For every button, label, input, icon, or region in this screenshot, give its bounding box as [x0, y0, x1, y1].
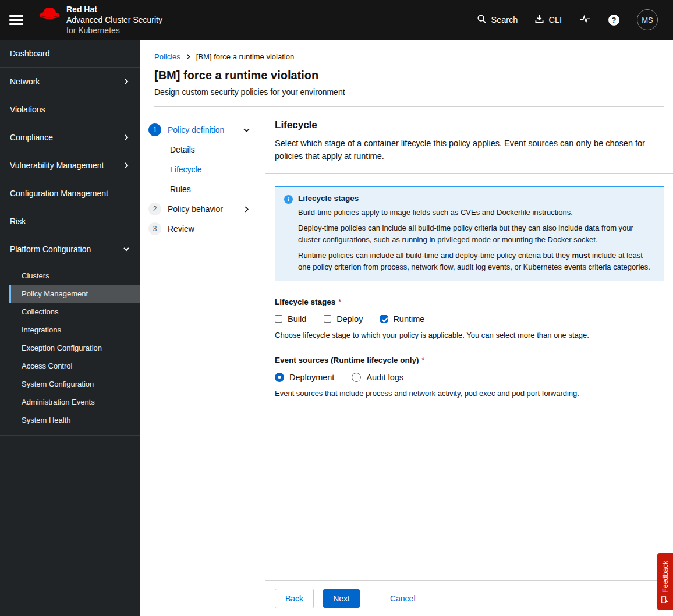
subitem-label: Clusters — [22, 271, 49, 280]
checkbox-deploy[interactable]: Deploy — [324, 314, 363, 324]
alert-paragraph: Deploy-time policies can include all bui… — [298, 222, 654, 246]
next-button[interactable]: Next — [323, 589, 360, 608]
sidebar-item-label: Dashboard — [10, 49, 50, 58]
sidebar-subitem-access-control[interactable]: Access Control — [9, 357, 140, 375]
checkbox-checked-icon[interactable] — [380, 315, 388, 323]
wizard-step-policy-definition[interactable]: 1 Policy definition — [148, 120, 250, 140]
lifecycle-stages-field: Lifecycle stages* Build Deploy — [275, 296, 664, 339]
wizard-nav: 1 Policy definition Details Lifecycle Ru… — [140, 107, 265, 616]
activity-button[interactable] — [579, 14, 591, 26]
radio-audit-logs[interactable]: Audit logs — [352, 373, 403, 382]
sidebar-item-violations[interactable]: Violations — [0, 95, 140, 123]
step-number-badge: 3 — [148, 222, 161, 235]
sidebar-item-network[interactable]: Network — [0, 68, 140, 95]
chevron-down-icon — [123, 246, 129, 252]
radio-label: Audit logs — [366, 373, 403, 382]
subitem-label: Policy Management — [22, 289, 88, 298]
section-description: Select which stage of a container lifecy… — [275, 137, 664, 163]
help-button[interactable]: ? — [608, 15, 619, 26]
brand-text: Red Hat Advanced Cluster Security for Ku… — [66, 4, 162, 36]
wizard-step-review[interactable]: 3 Review — [148, 219, 250, 239]
radio-selected-icon[interactable] — [275, 373, 284, 382]
sidebar-item-label: Risk — [10, 217, 26, 226]
wizard-substep-rules[interactable]: Rules — [170, 179, 250, 199]
back-button[interactable]: Back — [275, 589, 314, 608]
main-content: Policies [BM] force a runtime violation … — [140, 40, 673, 616]
wizard-step-policy-behavior[interactable]: 2 Policy behavior — [148, 199, 250, 219]
page-subtitle: Design custom security policies for your… — [154, 87, 664, 97]
sidebar-item-label: Configuration Management — [10, 189, 108, 198]
chevron-right-icon[interactable] — [243, 206, 250, 213]
wizard-substep-lifecycle[interactable]: Lifecycle — [170, 160, 250, 179]
required-asterisk: * — [422, 356, 425, 364]
sidebar-item-dashboard[interactable]: Dashboard — [0, 40, 140, 68]
search-icon — [477, 15, 486, 25]
lifecycle-stages-helper-text: Choose lifecycle stage to which your pol… — [275, 331, 664, 339]
sidebar-item-label: Violations — [10, 105, 45, 114]
breadcrumb-policies-link[interactable]: Policies — [154, 52, 180, 61]
feedback-button[interactable]: Feedback — [657, 553, 673, 610]
wizard-footer: Back Next Cancel — [265, 580, 673, 616]
chevron-down-icon[interactable] — [243, 127, 250, 133]
sidebar-subitem-exception-configuration[interactable]: Exception Configuration — [9, 339, 140, 357]
page-header: Policies [BM] force a runtime violation … — [154, 40, 664, 107]
masthead: Red Hat Advanced Cluster Security for Ku… — [0, 0, 673, 40]
lifecycle-section-header: Lifecycle Select which stage of a contai… — [265, 107, 673, 173]
field-label-row: Lifecycle stages* — [275, 296, 664, 307]
subitem-label: Administration Events — [22, 398, 95, 406]
avatar-initials: MS — [642, 16, 653, 24]
checkbox-runtime[interactable]: Runtime — [380, 314, 424, 324]
checkbox-icon[interactable] — [275, 315, 282, 323]
sidebar-item-compliance[interactable]: Compliance — [0, 123, 140, 151]
radio-deployment[interactable]: Deployment — [275, 373, 334, 382]
lifecycle-stages-label: Lifecycle stages — [275, 298, 335, 306]
info-alert: i Lifecycle stages Build-time policies a… — [275, 186, 664, 281]
sidebar-subitem-system-configuration[interactable]: System Configuration — [9, 375, 140, 393]
step-number-badge: 1 — [148, 123, 161, 136]
breadcrumb: Policies [BM] force a runtime violation — [154, 52, 664, 61]
checkbox-label: Build — [288, 314, 306, 324]
app-window: Red Hat Advanced Cluster Security for Ku… — [0, 0, 673, 616]
sidebar-subitem-policy-management[interactable]: Policy Management — [9, 285, 140, 303]
alert-paragraph: Build-time policies apply to image field… — [298, 207, 654, 218]
sidebar-subitem-system-health[interactable]: System Health — [9, 411, 140, 429]
substep-label: Rules — [170, 185, 191, 194]
redhat-brand[interactable]: Red Hat Advanced Cluster Security for Ku… — [38, 4, 162, 36]
feedback-label: Feedback — [661, 561, 670, 593]
search-label: Search — [491, 15, 518, 24]
sidebar-subitem-administration-events[interactable]: Administration Events — [9, 393, 140, 411]
sidebar-item-label: Platform Configuration — [10, 245, 91, 254]
chevron-right-icon — [123, 134, 129, 140]
cli-download-button[interactable]: CLI — [535, 15, 562, 25]
sidebar-subitem-clusters[interactable]: Clusters — [9, 267, 140, 285]
alert-text: Runtime policies can include all build-t… — [298, 251, 572, 260]
sidebar-item-vulnerability-management[interactable]: Vulnerability Management — [0, 151, 140, 179]
checkbox-icon[interactable] — [324, 315, 331, 323]
radio-icon[interactable] — [352, 373, 361, 382]
step-label: Policy behavior — [168, 204, 223, 214]
sidebar-item-platform-configuration[interactable]: Platform Configuration — [0, 235, 140, 263]
sidebar-item-label: Network — [10, 77, 40, 86]
sidebar-item-configuration-management[interactable]: Configuration Management — [0, 179, 140, 207]
page-title: [BM] force a runtime violation — [154, 69, 664, 82]
event-sources-field: Event sources (Runtime lifecycle only)* … — [275, 355, 664, 398]
platform-configuration-submenu: Clusters Policy Management Collections I… — [0, 263, 140, 436]
nav-toggle-hamburger-icon[interactable] — [9, 13, 23, 27]
sidebar-subitem-collections[interactable]: Collections — [9, 303, 140, 321]
subitem-label: Collections — [22, 307, 59, 316]
wizard-substep-details[interactable]: Details — [170, 140, 250, 160]
substep-label: Details — [170, 145, 195, 154]
sidebar-item-label: Vulnerability Management — [10, 161, 104, 170]
sidebar-item-risk[interactable]: Risk — [0, 207, 140, 235]
user-avatar[interactable]: MS — [637, 9, 658, 30]
checkbox-build[interactable]: Build — [275, 314, 306, 324]
brand-line1: Red Hat — [66, 4, 162, 15]
step-number-badge: 2 — [148, 203, 161, 215]
sidebar-subitem-integrations[interactable]: Integrations — [9, 321, 140, 339]
search-button[interactable]: Search — [477, 15, 518, 25]
step-label: Review — [168, 224, 194, 233]
subitem-label: Exception Configuration — [22, 344, 102, 352]
checkbox-label: Deploy — [336, 314, 363, 324]
cancel-button[interactable]: Cancel — [388, 589, 418, 608]
step-label: Policy definition — [168, 125, 224, 134]
